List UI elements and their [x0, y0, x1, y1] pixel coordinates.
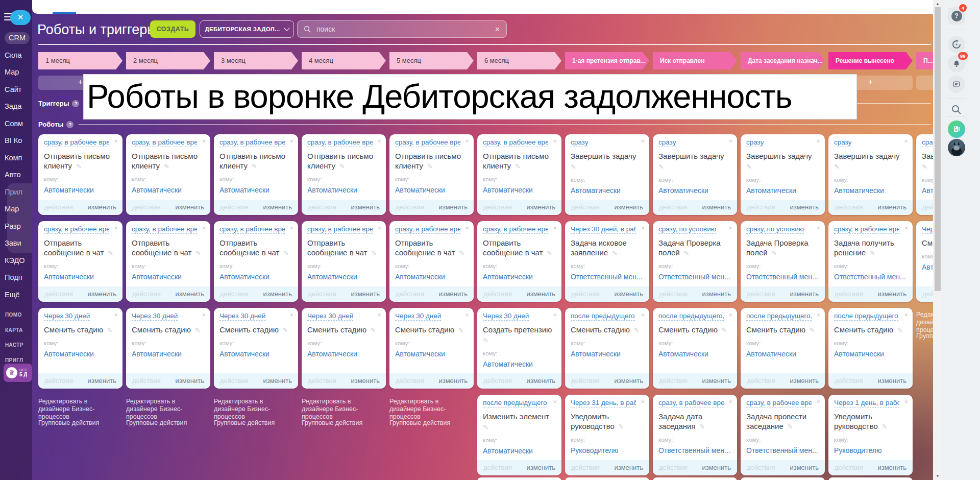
robot-recipient-link[interactable]: Автоматически: [219, 273, 292, 281]
card-edit-link[interactable]: изменить: [790, 200, 819, 215]
robot-action-link[interactable]: Сменить стадию ✎: [132, 325, 205, 335]
card-edit-link[interactable]: изменить: [702, 373, 731, 389]
card-actions-link[interactable]: действия: [922, 286, 933, 302]
sidebar-item-совм[interactable]: Совм: [0, 115, 32, 133]
robot-when-link[interactable]: Через 30 дней: [44, 312, 90, 321]
card-actions-link[interactable]: действия: [571, 286, 600, 302]
column-footer-link-group[interactable]: Групповые действия: [214, 419, 296, 427]
sidebar-item-мар[interactable]: Мар: [0, 64, 32, 81]
card-edit-link[interactable]: изменить: [526, 373, 555, 389]
column-footer-link-designer[interactable]: Редактировать в дизайнере Бизнес-процесс…: [916, 311, 933, 334]
scroll-down-icon[interactable]: ▼: [933, 474, 942, 478]
user-avatar[interactable]: [948, 139, 965, 156]
sidebar-item-комп[interactable]: Комп: [0, 150, 32, 167]
card-edit-link[interactable]: изменить: [438, 200, 468, 215]
stage-chevron[interactable]: 2 месяц: [126, 52, 210, 69]
card-actions-link[interactable]: действия: [659, 286, 688, 302]
robot-recipient-link[interactable]: Автоматически: [483, 186, 556, 194]
card-edit-link[interactable]: изменить: [87, 373, 116, 389]
robot-recipient-link[interactable]: Автоматически: [44, 273, 117, 281]
robot-when-link[interactable]: сразу, в рабочее время: [44, 225, 109, 234]
robot-recipient-link[interactable]: Автоматически: [658, 350, 731, 358]
card-actions-link[interactable]: действия: [835, 200, 863, 215]
robot-close-icon[interactable]: ×: [816, 398, 820, 405]
robot-when-link[interactable]: Через 30 дней: [132, 312, 178, 321]
robot-close-icon[interactable]: ×: [553, 225, 557, 231]
card-actions-link[interactable]: действия: [132, 286, 161, 302]
card-edit-link[interactable]: изменить: [526, 200, 555, 215]
robot-when-link[interactable]: сразу: [922, 138, 933, 147]
card-actions-link[interactable]: действия: [571, 460, 600, 475]
robot-action-link[interactable]: Отправить сообщение в чат ✎: [483, 238, 556, 258]
robot-action-link[interactable]: Отправить сообщение в чат ✎: [307, 238, 380, 258]
time-history-button[interactable]: [948, 36, 965, 53]
sidebar-utility-помо[interactable]: ПОМО: [0, 307, 32, 323]
sidebar-item-bi ко[interactable]: BI Ко: [0, 132, 32, 150]
card-actions-link[interactable]: действия: [308, 200, 336, 215]
robot-close-icon[interactable]: ×: [641, 398, 645, 405]
robot-when-link[interactable]: после предыдущего: [483, 399, 547, 407]
robot-when-link[interactable]: сразу, в рабочее время: [219, 138, 285, 147]
robot-close-icon[interactable]: ×: [114, 311, 118, 318]
card-edit-link[interactable]: изменить: [351, 200, 380, 215]
card-actions-link[interactable]: действия: [132, 373, 161, 389]
card-actions-link[interactable]: действия: [308, 373, 336, 389]
card-actions-link[interactable]: действия: [132, 200, 161, 215]
robot-action-link[interactable]: Сменить стадию ✎: [307, 325, 380, 335]
sidebar-item-подп[interactable]: Подп: [0, 269, 32, 286]
robot-when-link[interactable]: Через 30 дней: [219, 312, 265, 321]
robot-recipient-link[interactable]: Автоматически: [307, 350, 380, 358]
robot-recipient-link[interactable]: Ответственный мен...: [571, 273, 644, 281]
robot-close-icon[interactable]: ×: [289, 311, 293, 318]
sidebar-item-ещё[interactable]: Ещё: [0, 286, 32, 304]
stage-chevron[interactable]: 1 месяц: [38, 52, 122, 69]
robot-action-link[interactable]: Отправить письмо клиенту ✎: [483, 151, 556, 171]
robot-when-link[interactable]: сразу, в рабочее врем...: [658, 399, 724, 407]
trial-days-badge[interactable]: ♛ ОСТ 5 Д: [4, 364, 32, 382]
robot-close-icon[interactable]: ×: [202, 225, 206, 231]
card-actions-link[interactable]: действия: [483, 460, 512, 475]
card-edit-link[interactable]: изменить: [614, 460, 643, 475]
robot-when-link[interactable]: после предыдущего: [571, 312, 635, 321]
robot-close-icon[interactable]: ×: [816, 311, 820, 318]
stage-chevron[interactable]: Иск отправлен: [653, 52, 737, 69]
robot-when-link[interactable]: после предыдущего, п...: [746, 312, 812, 321]
robot-close-icon[interactable]: ×: [728, 398, 732, 405]
robot-recipient-link[interactable]: Автоматически: [571, 350, 644, 358]
robot-when-link[interactable]: сразу, по условию: [746, 225, 804, 234]
column-footer-link-designer[interactable]: Редактировать в дизайнере Бизнес-процесс…: [38, 398, 120, 421]
column-footer-link-designer[interactable]: Редактировать в дизайнере Бизнес-процесс…: [389, 398, 471, 421]
robot-action-link[interactable]: Отправить сообщение в чат ✎: [219, 238, 292, 258]
robot-when-link[interactable]: сразу, по условию: [658, 225, 716, 234]
robot-action-link[interactable]: Сменить стадию ✎: [746, 325, 819, 335]
card-actions-link[interactable]: действия: [483, 200, 512, 215]
card-edit-link[interactable]: изменить: [702, 200, 731, 215]
robot-recipient-link[interactable]: Автоматически: [132, 350, 205, 358]
robot-recipient-link[interactable]: Автоматически: [395, 350, 468, 358]
robot-when-link[interactable]: сразу, в рабочее время: [395, 225, 460, 234]
card-edit-link[interactable]: изменить: [263, 200, 292, 215]
close-menu-button[interactable]: ✕: [10, 10, 31, 25]
card-edit-link[interactable]: изменить: [877, 373, 906, 389]
robot-action-link[interactable]: Отправить письмо клиенту ✎: [395, 151, 468, 171]
sidebar-item-скла[interactable]: Скла: [0, 47, 32, 64]
robot-close-icon[interactable]: ×: [904, 138, 908, 145]
robot-when-link[interactable]: сразу, в рабочее время: [307, 225, 373, 234]
robot-action-link[interactable]: Отправить письмо клиенту ✎: [307, 151, 380, 171]
robot-when-link[interactable]: Через 30 дней: [395, 312, 441, 321]
robot-recipient-link[interactable]: Ответственный мен...: [746, 446, 819, 454]
news-feed-button[interactable]: [948, 121, 965, 138]
robot-close-icon[interactable]: ×: [816, 138, 820, 145]
robot-when-link[interactable]: сразу: [834, 138, 851, 147]
robot-when-link[interactable]: сразу, в рабочее время: [219, 225, 285, 234]
card-actions-link[interactable]: действия: [835, 373, 863, 389]
robot-action-link[interactable]: Отправить сообщение в чат ✎: [395, 238, 468, 258]
sidebar-item-зада[interactable]: Зада: [0, 98, 32, 115]
robot-recipient-link[interactable]: Автоматически: [219, 350, 292, 358]
card-actions-link[interactable]: действия: [747, 460, 775, 475]
robot-action-link[interactable]: Задача провести заседание ✎: [746, 412, 819, 431]
sidebar-item-разр[interactable]: Разр: [0, 218, 32, 235]
card-actions-link[interactable]: действия: [220, 286, 249, 302]
robot-action-link[interactable]: Сменить стадию ✎: [922, 238, 933, 248]
robot-close-icon[interactable]: ×: [553, 398, 557, 405]
